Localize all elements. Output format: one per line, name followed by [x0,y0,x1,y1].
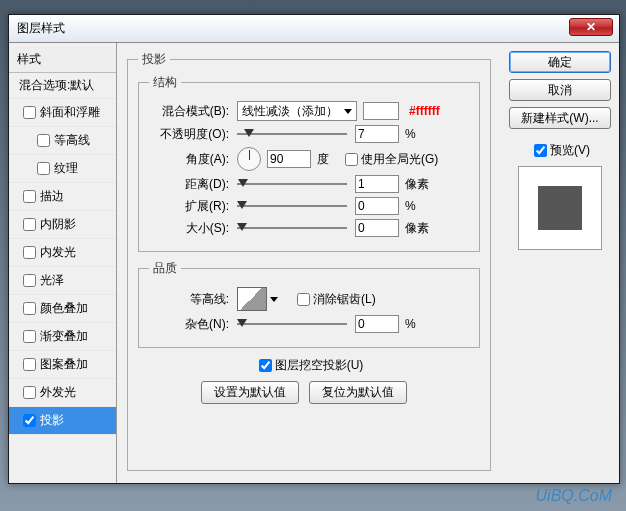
antialias-checkbox[interactable]: 消除锯齿(L) [293,290,376,309]
opacity-label: 不透明度(O): [149,126,237,143]
style-item-checkbox[interactable] [23,246,36,259]
blend-mode-combo[interactable]: 线性减淡（添加） [237,101,357,121]
close-icon: ✕ [586,20,596,34]
style-item-checkbox[interactable] [23,190,36,203]
style-item-checkbox[interactable] [23,218,36,231]
cancel-button[interactable]: 取消 [509,79,611,101]
blend-mode-label: 混合模式(B): [149,103,237,120]
antialias-cb[interactable] [297,293,310,306]
style-item-checkbox[interactable] [23,106,36,119]
style-item-label: 颜色叠加 [40,300,88,317]
style-item-7[interactable]: 颜色叠加 [9,295,116,323]
style-item-5[interactable]: 内发光 [9,239,116,267]
section-title: 投影 [138,51,170,68]
style-item-0[interactable]: 斜面和浮雕 [9,99,116,127]
watermark: UiBQ.CoM [536,487,612,505]
new-style-button[interactable]: 新建样式(W)... [509,107,611,129]
center-panel: 投影 结构 混合模式(B): 线性减淡（添加） #ffffff 不透明度(O):… [117,43,501,483]
style-item-8[interactable]: 渐变叠加 [9,323,116,351]
style-item-checkbox[interactable] [37,162,50,175]
distance-label: 距离(D): [149,176,237,193]
angle-input[interactable] [267,150,311,168]
noise-slider[interactable] [237,317,347,331]
style-item-6[interactable]: 光泽 [9,267,116,295]
preview-checkbox[interactable]: 预览(V) [509,141,611,160]
opacity-input[interactable] [355,125,399,143]
style-item-checkbox[interactable] [23,386,36,399]
knockout-cb[interactable] [259,359,272,372]
styles-header: 样式 [9,47,116,73]
style-item-label: 投影 [40,412,64,429]
style-item-checkbox[interactable] [23,330,36,343]
ok-button[interactable]: 确定 [509,51,611,73]
layer-style-dialog: 图层样式 ✕ 样式 混合选项:默认 斜面和浮雕等高线纹理描边内阴影内发光光泽颜色… [8,14,620,484]
contour-picker[interactable] [237,287,267,311]
titlebar[interactable]: 图层样式 ✕ [9,15,619,43]
style-item-label: 渐变叠加 [40,328,88,345]
angle-dial[interactable] [237,147,261,171]
style-item-10[interactable]: 外发光 [9,379,116,407]
right-panel: 确定 取消 新建样式(W)... 预览(V) [501,43,619,483]
spread-input[interactable] [355,197,399,215]
style-item-label: 内发光 [40,244,76,261]
preview-cb[interactable] [534,144,547,157]
main-fieldset: 投影 结构 混合模式(B): 线性减淡（添加） #ffffff 不透明度(O):… [127,51,491,471]
distance-slider[interactable] [237,177,347,191]
preview-swatch [538,186,582,230]
opacity-slider[interactable] [237,127,347,141]
spread-unit: % [405,199,416,213]
styles-list: 样式 混合选项:默认 斜面和浮雕等高线纹理描边内阴影内发光光泽颜色叠加渐变叠加图… [9,43,117,483]
style-item-checkbox[interactable] [23,414,36,427]
style-item-9[interactable]: 图案叠加 [9,351,116,379]
style-item-3[interactable]: 描边 [9,183,116,211]
reset-default-button[interactable]: 复位为默认值 [309,381,407,404]
style-item-checkbox[interactable] [23,358,36,371]
style-item-checkbox[interactable] [23,274,36,287]
knockout-checkbox[interactable]: 图层挖空投影(U) [255,356,364,375]
shadow-color-swatch[interactable] [363,102,399,120]
noise-label: 杂色(N): [149,316,237,333]
structure-group: 结构 混合模式(B): 线性减淡（添加） #ffffff 不透明度(O): % [138,74,480,252]
style-item-2[interactable]: 纹理 [9,155,116,183]
style-item-label: 内阴影 [40,216,76,233]
size-label: 大小(S): [149,220,237,237]
style-item-1[interactable]: 等高线 [9,127,116,155]
distance-unit: 像素 [405,176,429,193]
window-title: 图层样式 [9,20,65,37]
close-button[interactable]: ✕ [569,18,613,36]
global-light-cb[interactable] [345,153,358,166]
size-input[interactable] [355,219,399,237]
style-item-4[interactable]: 内阴影 [9,211,116,239]
quality-group: 品质 等高线: 消除锯齿(L) 杂色(N): % [138,260,480,348]
style-item-label: 图案叠加 [40,356,88,373]
size-unit: 像素 [405,220,429,237]
angle-label: 角度(A): [149,151,237,168]
style-item-label: 纹理 [54,160,78,177]
style-item-label: 等高线 [54,132,90,149]
contour-label: 等高线: [149,291,237,308]
style-item-label: 描边 [40,188,64,205]
blending-options[interactable]: 混合选项:默认 [9,73,116,99]
noise-unit: % [405,317,416,331]
distance-input[interactable] [355,175,399,193]
style-item-11[interactable]: 投影 [9,407,116,435]
preview-box [518,166,602,250]
structure-legend: 结构 [149,74,181,91]
style-item-label: 光泽 [40,272,64,289]
style-item-checkbox[interactable] [23,302,36,315]
color-hex: #ffffff [409,104,440,118]
style-item-label: 外发光 [40,384,76,401]
style-item-checkbox[interactable] [37,134,50,147]
style-item-label: 斜面和浮雕 [40,104,100,121]
spread-label: 扩展(R): [149,198,237,215]
make-default-button[interactable]: 设置为默认值 [201,381,299,404]
noise-input[interactable] [355,315,399,333]
size-slider[interactable] [237,221,347,235]
global-light-checkbox[interactable]: 使用全局光(G) [341,150,438,169]
spread-slider[interactable] [237,199,347,213]
opacity-unit: % [405,127,416,141]
quality-legend: 品质 [149,260,181,277]
angle-unit: 度 [317,151,329,168]
